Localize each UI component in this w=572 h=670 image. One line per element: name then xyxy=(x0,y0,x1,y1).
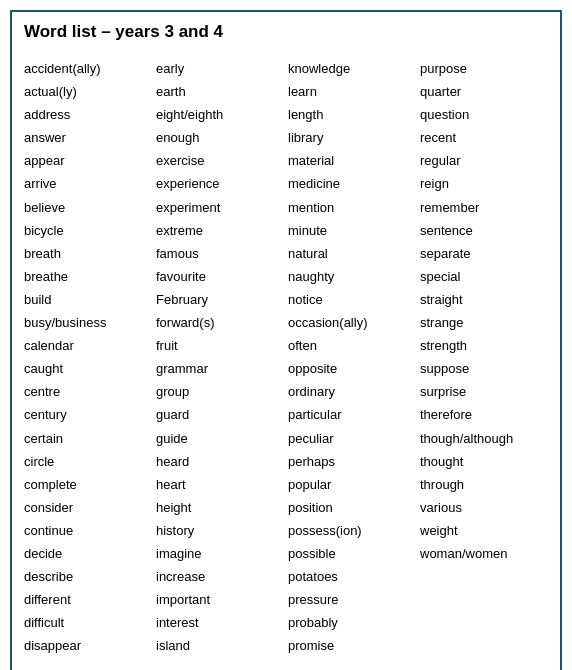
word-item: island xyxy=(156,635,284,657)
word-item: strange xyxy=(420,312,548,334)
word-item: therefore xyxy=(420,404,548,426)
word-item: breathe xyxy=(24,266,152,288)
word-item: guide xyxy=(156,428,284,450)
word-item: possess(ion) xyxy=(288,520,416,542)
word-item: heart xyxy=(156,474,284,496)
word-item: pressure xyxy=(288,589,416,611)
word-item: mention xyxy=(288,197,416,219)
word-item: length xyxy=(288,104,416,126)
word-item: library xyxy=(288,127,416,149)
word-item: straight xyxy=(420,289,548,311)
word-item: certain xyxy=(24,428,152,450)
word-item: often xyxy=(288,335,416,357)
word-item: continue xyxy=(24,520,152,542)
word-item: heard xyxy=(156,451,284,473)
word-item: occasion(ally) xyxy=(288,312,416,334)
word-item: special xyxy=(420,266,548,288)
word-item: possible xyxy=(288,543,416,565)
word-item: describe xyxy=(24,566,152,588)
word-item: recent xyxy=(420,127,548,149)
word-item: reign xyxy=(420,173,548,195)
column-1: accident(ally)actual(ly)addressanswerapp… xyxy=(24,58,152,657)
word-item: particular xyxy=(288,404,416,426)
column-2: earlyeartheight/eighthenoughexerciseexpe… xyxy=(156,58,284,657)
word-item: consider xyxy=(24,497,152,519)
word-item: build xyxy=(24,289,152,311)
word-item: fruit xyxy=(156,335,284,357)
word-item: imagine xyxy=(156,543,284,565)
word-item: February xyxy=(156,289,284,311)
word-grid: accident(ally)actual(ly)addressanswerapp… xyxy=(24,58,548,657)
word-item: breath xyxy=(24,243,152,265)
word-item: various xyxy=(420,497,548,519)
word-item: bicycle xyxy=(24,220,152,242)
word-item: sentence xyxy=(420,220,548,242)
word-item: address xyxy=(24,104,152,126)
word-item: purpose xyxy=(420,58,548,80)
word-item: potatoes xyxy=(288,566,416,588)
word-item: grammar xyxy=(156,358,284,380)
word-item: material xyxy=(288,150,416,172)
column-4: purposequarterquestionrecentregularreign… xyxy=(420,58,548,657)
word-list-container: Word list – years 3 and 4 accident(ally)… xyxy=(10,10,562,670)
word-item: learn xyxy=(288,81,416,103)
word-item: calendar xyxy=(24,335,152,357)
word-item: famous xyxy=(156,243,284,265)
word-item: position xyxy=(288,497,416,519)
word-item: answer xyxy=(24,127,152,149)
word-item: forward(s) xyxy=(156,312,284,334)
word-item: quarter xyxy=(420,81,548,103)
word-item: notice xyxy=(288,289,416,311)
word-item: surprise xyxy=(420,381,548,403)
word-item: different xyxy=(24,589,152,611)
word-item: actual(ly) xyxy=(24,81,152,103)
word-item: exercise xyxy=(156,150,284,172)
word-item: caught xyxy=(24,358,152,380)
word-item: appear xyxy=(24,150,152,172)
word-item: weight xyxy=(420,520,548,542)
word-item: favourite xyxy=(156,266,284,288)
word-item: extreme xyxy=(156,220,284,242)
word-item: thought xyxy=(420,451,548,473)
word-item: complete xyxy=(24,474,152,496)
word-item: disappear xyxy=(24,635,152,657)
word-item: suppose xyxy=(420,358,548,380)
word-item: strength xyxy=(420,335,548,357)
word-item: accident(ally) xyxy=(24,58,152,80)
word-item: natural xyxy=(288,243,416,265)
word-item: guard xyxy=(156,404,284,426)
word-item: decide xyxy=(24,543,152,565)
word-item: promise xyxy=(288,635,416,657)
word-item: probably xyxy=(288,612,416,634)
word-item: remember xyxy=(420,197,548,219)
word-item: increase xyxy=(156,566,284,588)
word-item: believe xyxy=(24,197,152,219)
word-item: important xyxy=(156,589,284,611)
word-item: through xyxy=(420,474,548,496)
word-item: century xyxy=(24,404,152,426)
word-item: busy/business xyxy=(24,312,152,334)
word-item: ordinary xyxy=(288,381,416,403)
word-item: opposite xyxy=(288,358,416,380)
word-item: difficult xyxy=(24,612,152,634)
word-item: regular xyxy=(420,150,548,172)
word-item: centre xyxy=(24,381,152,403)
word-item: history xyxy=(156,520,284,542)
word-item: question xyxy=(420,104,548,126)
word-item: separate xyxy=(420,243,548,265)
word-item: group xyxy=(156,381,284,403)
word-item: circle xyxy=(24,451,152,473)
word-item: eight/eighth xyxy=(156,104,284,126)
word-item: though/although xyxy=(420,428,548,450)
word-item: woman/women xyxy=(420,543,548,565)
word-item: experience xyxy=(156,173,284,195)
word-item: minute xyxy=(288,220,416,242)
word-item: medicine xyxy=(288,173,416,195)
word-item: naughty xyxy=(288,266,416,288)
word-item: height xyxy=(156,497,284,519)
word-item: early xyxy=(156,58,284,80)
word-item: experiment xyxy=(156,197,284,219)
column-3: knowledgelearnlengthlibrarymaterialmedic… xyxy=(288,58,416,657)
word-item: enough xyxy=(156,127,284,149)
word-item: perhaps xyxy=(288,451,416,473)
